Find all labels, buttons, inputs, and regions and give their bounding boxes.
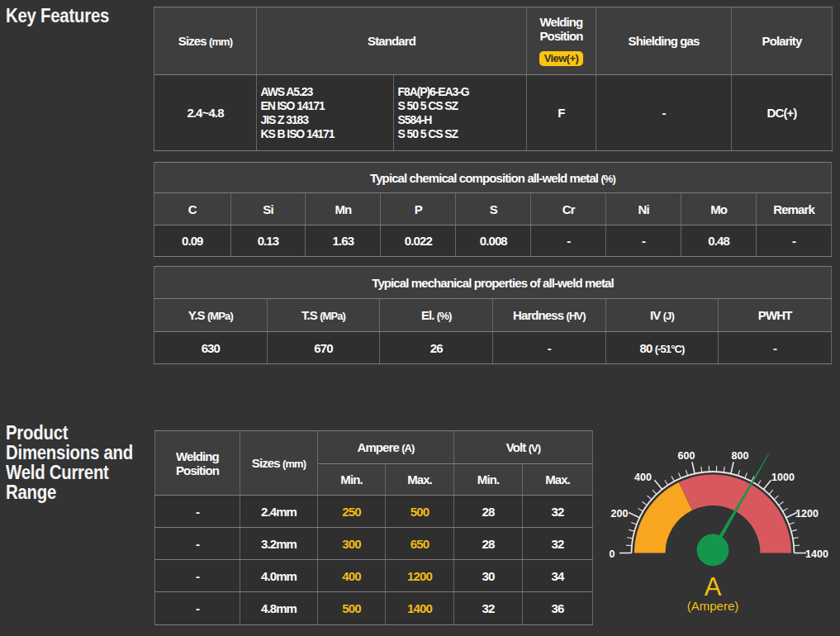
svg-text:200: 200 — [611, 508, 629, 520]
svg-text:1200: 1200 — [795, 508, 819, 520]
svg-text:(Ampere): (Ampere) — [687, 599, 739, 613]
svg-text:A: A — [705, 572, 722, 601]
svg-text:1400: 1400 — [805, 548, 828, 560]
svg-text:600: 600 — [678, 450, 695, 462]
svg-text:800: 800 — [732, 450, 749, 462]
svg-text:1000: 1000 — [771, 472, 795, 483]
svg-text:400: 400 — [634, 472, 652, 483]
svg-text:0: 0 — [610, 548, 615, 560]
